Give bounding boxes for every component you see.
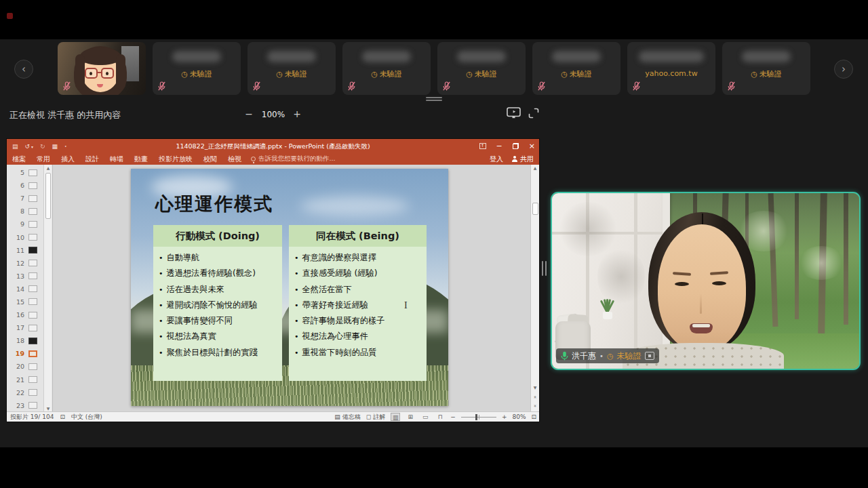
minimize-button[interactable]: − — [496, 142, 502, 150]
scrollbar-thumb[interactable] — [532, 203, 538, 215]
tell-me-box[interactable]: 告訴我您想要執行的動作... — [251, 155, 336, 163]
canvas-scrollbar[interactable]: ▲ ▼ « » — [530, 165, 539, 411]
participant-thumbnail[interactable]: ◷未驗證 — [437, 42, 526, 95]
previous-slide-button[interactable]: « — [531, 394, 539, 400]
reading-view-button[interactable]: ▭ — [420, 413, 430, 421]
display-settings-icon[interactable]: ⊡ — [60, 413, 65, 420]
slide-thumb-row-21[interactable]: 21 — [7, 373, 43, 386]
participant-domain-label: yahoo.com.tw — [627, 69, 715, 78]
scroll-down-icon[interactable]: ▼ — [531, 385, 539, 390]
monitor-icon[interactable] — [507, 107, 521, 121]
doing-mode-column: 行動模式 (Doing) 自動導航透過想法看待經驗(觀念)活在過去與未來避開或消… — [153, 225, 282, 381]
powerpoint-titlebar[interactable]: ▤ ↺ ▾ ↻ ▦ • 1140822_正念紓壓與情緒調適.pptx - Pow… — [7, 139, 539, 153]
redacted-name-blob — [639, 51, 704, 62]
slide[interactable]: 心理運作模式 行動模式 (Doing) 自動導航透過想法看待經驗(觀念)活在過去… — [131, 169, 448, 406]
slide-thumb-row-6[interactable]: 6 — [7, 179, 43, 192]
slide-thumb-row-9[interactable]: 9 — [7, 218, 43, 230]
ribbon-tab[interactable]: 檔案 — [7, 155, 31, 164]
participant-thumbnail[interactable]: ◷未驗證 — [722, 42, 810, 95]
status-zoom-in-button[interactable]: + — [502, 413, 507, 420]
unverified-badge: ◷未驗證 — [532, 69, 620, 79]
speaker-video-tile[interactable]: 洪千惠 • ◷ 未驗證 — [551, 192, 861, 370]
slide-mini-preview — [28, 182, 37, 189]
slide-thumb-row-5[interactable]: 5 — [7, 166, 43, 179]
ribbon-display-options-icon[interactable]: ↑ — [479, 143, 486, 149]
bullet-item: 自動導航 — [159, 250, 278, 266]
slide-thumb-row-20[interactable]: 20 — [7, 360, 43, 373]
slide-thumb-row-7[interactable]: 7 — [7, 192, 43, 205]
comments-icon: ◻ — [366, 413, 371, 420]
normal-view-button[interactable]: ▥ — [391, 413, 400, 421]
slide-thumb-row-16[interactable]: 16 — [7, 308, 43, 321]
chevron-left-icon[interactable]: ‹ — [14, 60, 33, 79]
ribbon-tab[interactable]: 檢視 — [222, 155, 247, 164]
slideshow-button[interactable]: ⊓ — [435, 413, 445, 421]
slide-thumb-row-23[interactable]: 23 — [7, 399, 43, 412]
slide-thumb-row-13[interactable]: 13 — [7, 270, 43, 283]
ribbon-tab[interactable]: 投影片放映 — [153, 155, 198, 164]
scroll-up-icon[interactable]: ▲ — [44, 165, 52, 170]
bullet-item: 要讓事情變得不同 — [159, 313, 278, 329]
scroll-up-icon[interactable]: ▲ — [531, 165, 539, 170]
chevron-right-icon[interactable]: › — [834, 60, 853, 79]
slide-thumb-row-19[interactable]: 19 — [7, 347, 43, 360]
share-button[interactable]: 共用 — [511, 155, 534, 164]
slide-mini-preview — [28, 389, 37, 396]
redacted-name-blob — [742, 51, 791, 62]
scroll-down-icon[interactable]: ▼ — [44, 406, 52, 411]
expand-icon[interactable] — [528, 107, 540, 122]
slide-sorter-button[interactable]: ⊞ — [406, 413, 415, 421]
slide-thumb-row-11[interactable]: 11 — [7, 244, 43, 257]
sign-in-button[interactable]: 登入 — [490, 155, 503, 164]
scrollbar-thumb[interactable] — [45, 173, 51, 219]
slide-thumb-row-10[interactable]: 10 — [7, 230, 43, 243]
close-button[interactable]: × — [529, 142, 535, 150]
slide-mini-preview — [28, 208, 37, 215]
filmstrip-drag-handle[interactable] — [426, 97, 442, 102]
slide-thumb-row-22[interactable]: 22 — [7, 386, 43, 399]
ribbon-tab[interactable]: 校閱 — [198, 155, 222, 164]
participant-thumbnail[interactable]: ◷未驗證 — [532, 42, 620, 95]
speaker-name-tag: 洪千惠 • ◷ 未驗證 — [556, 348, 659, 363]
slide-canvas: 心理運作模式 行動模式 (Doing) 自動導航透過想法看待經驗(觀念)活在過去… — [54, 165, 530, 411]
panel-scrollbar[interactable]: ▲ ▼ — [43, 165, 52, 411]
participant-thumbnail-avatar[interactable] — [58, 42, 146, 95]
restore-button[interactable] — [513, 143, 519, 149]
notes-button[interactable]: ▤備忘稿 — [334, 413, 361, 422]
zoom-out-button[interactable]: − — [242, 108, 256, 120]
status-zoom-slider[interactable] — [461, 413, 496, 420]
ribbon-tab[interactable]: 轉場 — [104, 155, 129, 164]
slide-thumb-row-8[interactable]: 8 — [7, 205, 43, 218]
participant-thumbnail[interactable]: yahoo.com.tw — [627, 42, 715, 95]
participant-thumbnail[interactable]: ◷未驗證 — [153, 42, 241, 95]
slide-thumb-row-17[interactable]: 17 — [7, 321, 43, 334]
participant-thumbnail[interactable]: ◷未驗證 — [342, 42, 431, 95]
mic-on-icon — [561, 351, 568, 361]
zoom-in-button[interactable]: + — [290, 108, 304, 120]
ribbon-tab[interactable]: 常用 — [31, 155, 56, 164]
status-zoom-out-button[interactable]: − — [450, 413, 456, 420]
slide-thumb-row-15[interactable]: 15 — [7, 296, 43, 308]
account-area: 登入 共用 — [490, 153, 534, 165]
status-zoom-percent[interactable]: 80% — [512, 413, 526, 420]
ribbon-tab[interactable]: 插入 — [56, 155, 80, 164]
slide-number: 8 — [7, 207, 24, 215]
slide-mini-preview — [28, 363, 37, 370]
muted-mic-icon — [442, 81, 451, 92]
slide-thumb-row-18[interactable]: 18 — [7, 334, 43, 347]
slide-thumb-row-12[interactable]: 12 — [7, 257, 43, 270]
next-slide-button[interactable]: » — [531, 403, 539, 409]
slide-thumb-row-14[interactable]: 14 — [7, 283, 43, 296]
bullet-item: 容許事物是既有的樣子 — [294, 313, 422, 329]
zoom-slider-handle[interactable] — [475, 414, 477, 420]
participant-thumbnail[interactable]: ◷未驗證 — [248, 42, 336, 95]
ribbon-tab[interactable]: 動畫 — [129, 155, 153, 164]
fit-slide-to-window-button[interactable]: ⊡ — [531, 413, 536, 420]
language-status[interactable]: 中文 (台灣) — [71, 413, 102, 422]
ribbon-tab[interactable]: 設計 — [80, 155, 104, 164]
muted-mic-icon — [537, 81, 546, 92]
comments-button[interactable]: ◻註解 — [366, 413, 385, 422]
panel-resize-handle[interactable] — [542, 261, 547, 276]
muted-mic-icon — [157, 81, 166, 92]
slide-number: 7 — [7, 195, 24, 202]
